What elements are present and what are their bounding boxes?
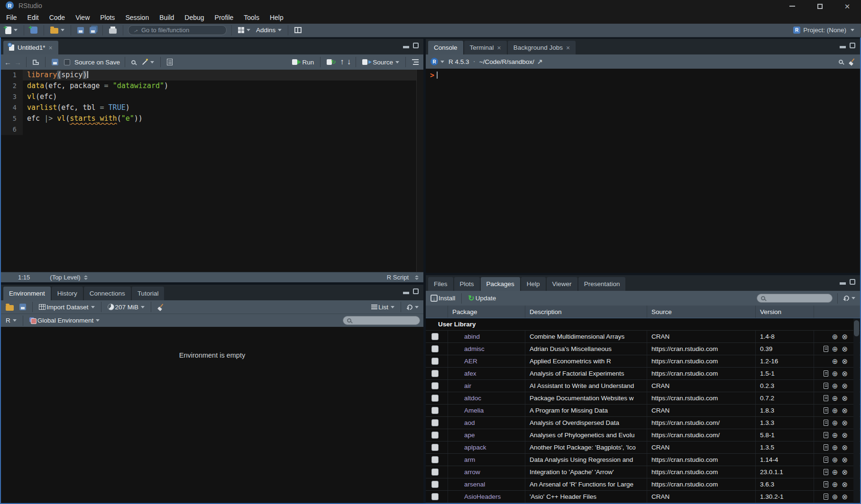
working-directory[interactable]: ~/Code/R/sandbox/ [479,58,534,65]
tab-close-icon[interactable]: × [497,44,501,52]
manual-icon[interactable] [824,383,828,389]
memory-usage-button[interactable]: 207 MiB [106,303,147,312]
scrollbar-thumb[interactable] [854,320,859,336]
menu-plots[interactable]: Plots [95,12,120,23]
packages-search-input[interactable] [768,295,825,302]
save-source-button[interactable] [50,58,60,66]
remove-icon[interactable]: ⊗ [842,407,848,414]
clear-environment-button[interactable] [156,303,165,311]
browse-icon[interactable]: ⊕ [832,346,838,352]
browse-icon[interactable]: ⊕ [832,407,838,414]
remove-icon[interactable]: ⊗ [842,346,848,352]
environment-scope-selector[interactable]: Global Environment [28,316,101,325]
pane-minimize-icon[interactable] [403,289,409,294]
package-link[interactable]: arrow [464,468,480,476]
tab-packages[interactable]: Packages [481,277,520,291]
print-button[interactable] [108,26,118,35]
tab-background-jobs[interactable]: Background Jobs× [508,41,576,54]
code-line[interactable]: 3vl(efc) [1,91,423,102]
tab-connections[interactable]: Connections [84,287,131,300]
browse-icon[interactable]: ⊕ [832,370,838,377]
forward-icon[interactable]: → [14,58,21,66]
package-link[interactable]: afex [464,370,476,377]
package-link[interactable]: aplpack [464,444,486,451]
rerun-button[interactable] [325,58,337,66]
browse-icon[interactable]: ⊕ [832,444,838,451]
remove-icon[interactable]: ⊗ [842,494,848,500]
menu-build[interactable]: Build [154,12,179,23]
manual-icon[interactable] [824,407,828,414]
find-replace-button[interactable] [130,59,137,65]
checkbox[interactable] [431,456,439,463]
install-button[interactable]: ↓Install [429,294,457,303]
menu-tools[interactable]: Tools [238,12,265,23]
remove-icon[interactable]: ⊗ [842,457,848,463]
remove-icon[interactable]: ⊗ [842,469,848,476]
code-editor[interactable]: 1library(spicy)2data(efc, package = "dat… [1,70,423,272]
new-project-button[interactable] [29,26,39,35]
menu-help[interactable]: Help [265,12,289,23]
browse-icon[interactable]: ⊕ [832,333,838,340]
remove-icon[interactable]: ⊗ [842,420,848,426]
menu-edit[interactable]: Edit [22,12,44,23]
pane-minimize-icon[interactable] [840,43,846,48]
browse-icon[interactable]: ⊕ [832,494,838,500]
menu-debug[interactable]: Debug [179,12,209,23]
manual-icon[interactable] [824,444,828,450]
code-line[interactable]: 5efc |> vl(starts_with("e")) [1,113,423,124]
manual-icon[interactable] [824,346,828,352]
code-line[interactable]: 4varlist(efc, tbl = TRUE) [1,102,423,113]
back-icon[interactable]: ← [4,58,11,66]
environment-search-input[interactable] [354,317,416,324]
remove-icon[interactable]: ⊗ [842,370,848,377]
document-outline-button[interactable] [411,58,420,66]
refresh-packages-button[interactable] [843,295,857,302]
package-link[interactable]: air [464,382,471,389]
browse-icon[interactable]: ⊕ [832,432,838,439]
pane-layout-button[interactable] [293,26,303,34]
menu-code[interactable]: Code [44,12,70,23]
browse-icon[interactable]: ⊕ [832,481,838,488]
browse-icon[interactable]: ⊕ [832,457,838,463]
language-selector[interactable]: R [4,316,18,325]
goto-directory-icon[interactable]: ↗ [537,58,543,65]
run-next-icon[interactable]: ↓ [347,57,351,67]
package-link[interactable]: AER [464,358,477,365]
browse-icon[interactable]: ⊕ [832,383,838,389]
remove-icon[interactable]: ⊗ [842,444,848,451]
checkbox[interactable] [431,370,439,377]
checkbox[interactable] [431,407,439,414]
maximize-button[interactable] [806,0,834,12]
load-workspace-button[interactable] [4,303,15,312]
checkbox[interactable] [431,444,439,451]
browse-icon[interactable]: ⊕ [832,420,838,426]
minimize-button[interactable] [779,0,806,12]
packages-search-box[interactable] [757,294,833,303]
checkbox[interactable] [431,432,439,439]
source-button[interactable]: Source [361,58,401,67]
file-type-selector[interactable]: R Script [387,274,423,281]
browse-icon[interactable]: ⊕ [832,469,838,476]
package-link[interactable]: admisc [464,345,485,352]
save-workspace-button[interactable] [18,303,27,311]
manual-icon[interactable] [824,457,828,463]
remove-icon[interactable]: ⊗ [842,481,848,488]
code-line[interactable]: 1library(spicy) [1,70,423,81]
goto-file-function-input[interactable] [141,27,217,34]
manual-icon[interactable] [824,420,828,426]
r-version-selector[interactable]: R [429,57,446,66]
checkbox[interactable] [431,345,439,352]
console-search-button[interactable] [837,59,844,65]
save-button[interactable] [76,26,85,35]
open-in-new-window-button[interactable] [31,59,40,66]
save-all-button[interactable] [88,26,98,35]
package-link[interactable]: ape [464,432,475,439]
package-link[interactable]: abind [464,333,480,340]
remove-icon[interactable]: ⊗ [842,383,848,389]
update-button[interactable]: ↻Update [467,294,497,303]
environment-search-box[interactable] [343,316,420,325]
pane-maximize-icon[interactable] [850,279,855,285]
menu-profile[interactable]: Profile [210,12,239,23]
view-mode-button[interactable]: List [370,303,396,312]
tab-viewer[interactable]: Viewer [547,277,577,291]
